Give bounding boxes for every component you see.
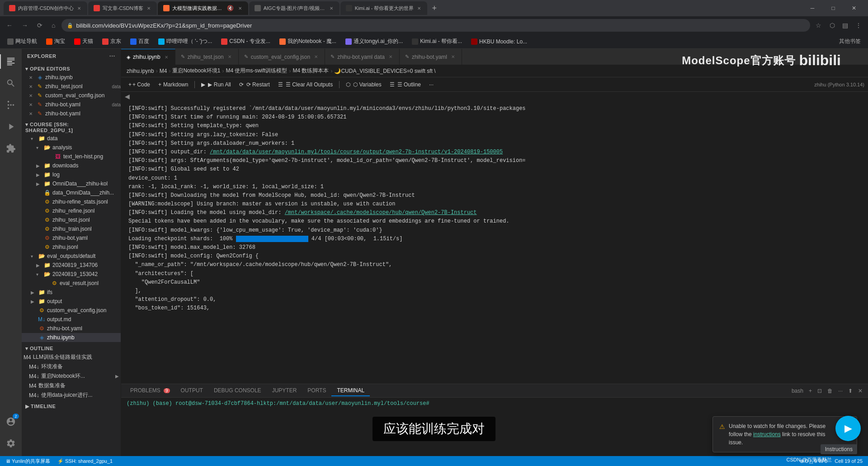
breadcrumb-zhihu[interactable]: zhihu.ipynb (127, 68, 154, 74)
panel-more-icon[interactable]: ··· (836, 387, 844, 395)
tree-zhihu-test[interactable]: ⚙ zhihu_test.jsonl (22, 215, 121, 224)
breadcrumb-restart[interactable]: 重启Notebook环境1 (172, 67, 220, 75)
extension-icon-1[interactable]: ⬡ (827, 20, 838, 31)
tree-ifs-folder[interactable]: ▶ 📁 ifs (22, 288, 121, 297)
tree-zhihu-ipynb[interactable]: ◈ zhihu.ipynb (22, 333, 121, 342)
status-cell[interactable]: Cell 19 of 25 (833, 458, 864, 464)
outline-item-data[interactable]: M4 数据集准备 (22, 381, 121, 390)
outline-item-llm[interactable]: M4 LLM训练全链路最佳实践 (22, 352, 121, 362)
panel-split-icon[interactable]: ⊡ (816, 387, 824, 395)
maximize-button[interactable]: □ (823, 0, 844, 16)
breadcrumb-script[interactable]: M4 数练脚本本 (292, 67, 329, 75)
tab-csdn-creator[interactable]: 内容管理-CSDN创作中心 ✕ (4, 1, 87, 15)
tab-close-zhihu-test[interactable]: ✕ (226, 54, 233, 60)
minimize-button[interactable]: ─ (802, 0, 823, 16)
breadcrumb-m4[interactable]: M4 (160, 68, 167, 74)
panel-tab-jupyter[interactable]: JUPYTER (267, 385, 302, 396)
add-markdown-button[interactable]: + Markdown (155, 81, 192, 89)
activity-settings[interactable] (0, 433, 22, 454)
tree-eval-result[interactable]: ⚙ eval_result.jsonl (22, 279, 121, 288)
bookmark-kimi[interactable]: Kimi.ai - 帮你看... (408, 37, 466, 46)
tab-aigc[interactable]: AIGC专题-图片/声音/视频/Age... ✕ (249, 1, 340, 15)
panel-tab-terminal[interactable]: TERMINAL (331, 385, 370, 396)
tree-data-omnidata[interactable]: 🔒 data_OmniData___zhih... (22, 188, 121, 197)
tree-text-len-hist[interactable]: 🖼 text_len-hist.png (22, 152, 121, 161)
tree-zhihu-refine[interactable]: ⚙ zhihu_refine.jsonl (22, 206, 121, 215)
tab-close-custom-eval[interactable]: ✕ (313, 54, 319, 60)
panel-tab-problems[interactable]: PROBLEMS 9 (125, 385, 175, 396)
tree-omnidata-folder[interactable]: ▶ 📁 OmniData___zhihu-kol (22, 179, 121, 188)
tab-close-btn[interactable]: ✕ (146, 5, 151, 12)
panel-tab-debug[interactable]: DEBUG CONSOLE (208, 385, 267, 396)
outline-item-data-juicer[interactable]: M4↓ 使用data-juicer进行... (22, 390, 121, 400)
panel-close-icon[interactable]: ✕ (856, 387, 864, 395)
restart-button[interactable]: ⟳ ⟳ Restart (236, 81, 274, 89)
panel-trash-icon[interactable]: 🗑 (826, 387, 835, 395)
more-options-button[interactable]: ··· (425, 81, 437, 89)
bookmark-navigation[interactable]: 网址导航 (4, 37, 41, 46)
tree-downloads-folder[interactable]: ▶ 📁 downloads (22, 161, 121, 170)
tree-zhihu-bot-yaml[interactable]: ⚙ zhihu-bot.yaml (22, 233, 121, 243)
panel-tab-ports[interactable]: PORTS (302, 385, 331, 396)
bookmark-tongyi[interactable]: 通义tongyi.ai_你的... (342, 37, 406, 46)
tab-close-btn[interactable]: ✕ (76, 5, 82, 12)
tab-bilibili-active[interactable]: 大模型微调实践教据准备/清... 🔇 ✕ (158, 1, 248, 15)
tree-eval-20240819-2[interactable]: ▾ 📂 20240819_153042 (22, 270, 121, 279)
instructions-button[interactable]: Instructions (821, 444, 857, 454)
tree-zhihu-refine-stats[interactable]: ⚙ zhihu-refine_stats.jsonl (22, 197, 121, 206)
tab-close-btn[interactable]: ✕ (237, 5, 243, 12)
editor-tab-zhihu-bot-yaml-1[interactable]: ✎ zhihu-bot.yaml data ✕ (325, 49, 400, 65)
open-editor-custom-eval[interactable]: ✕ ✎ custom_eval_config.json (22, 91, 121, 100)
clear-outputs-button[interactable]: ☰ ☰ Clear All Outputs (274, 81, 336, 89)
add-code-button[interactable]: + + Code (125, 81, 154, 89)
activity-run-debug[interactable] (0, 116, 22, 138)
tree-eval-outputs[interactable]: ▾ 📂 eval_outputs/default (22, 252, 121, 261)
tree-analysis-folder[interactable]: ▾ 📂 analysis (22, 143, 121, 152)
tab-close-yaml-1[interactable]: ✕ (387, 54, 394, 60)
tree-zhihu-bot-yaml-bottom[interactable]: ⚙ zhihu-bot.yaml (22, 324, 121, 333)
tree-custom-eval-config[interactable]: ⚙ custom_eval_config.json (22, 306, 121, 315)
tree-zhihu-train[interactable]: ⚙ zhihu_train.jsonl (22, 224, 121, 233)
activity-search[interactable] (0, 72, 22, 94)
course-header[interactable]: ▾ COURSE [SSH: SHARED_2GPU_1] (22, 120, 121, 134)
close-window-button[interactable]: ✕ (844, 0, 864, 16)
outline-item-env[interactable]: M4↓ 环境准备 (22, 362, 121, 371)
bookmark-csdn[interactable]: CSDN - 专业发... (217, 37, 274, 46)
forward-button[interactable]: → (19, 20, 31, 31)
activity-accounts[interactable]: 2 (0, 411, 22, 433)
tab-close-yaml-2[interactable]: ✕ (450, 54, 456, 60)
editor-tab-zhihu-ipynb[interactable]: ◈ zhihu.ipynb ✕ (121, 49, 175, 65)
instructions-link[interactable]: instructions (753, 431, 781, 437)
open-editor-zhihu-bot-yaml-2[interactable]: ✕ ✎ zhihu-bot.yaml (22, 109, 121, 118)
bookmark-baidu[interactable]: 百度 (127, 37, 153, 46)
home-button[interactable]: ⌂ (49, 20, 58, 31)
tree-zhihu-jsonl[interactable]: ⚙ zhihu.jsonl (22, 243, 121, 252)
panel-add-terminal-icon[interactable]: + (807, 387, 814, 395)
cell-collapse-arrow[interactable]: ◀ (121, 93, 133, 100)
editor-tab-custom-eval[interactable]: ✎ custom_eval_config.json ✕ (239, 49, 325, 65)
run-all-button[interactable]: ▶ ▶ Run All (198, 81, 234, 89)
activity-explorer[interactable] (0, 51, 22, 72)
tab-close-btn[interactable]: ✕ (416, 5, 422, 12)
new-tab-button[interactable]: + (428, 4, 440, 13)
activity-extensions[interactable] (0, 138, 22, 159)
status-remote[interactable]: 🖥 Yunlin的共享屏幕 (4, 458, 52, 465)
outline-item-restart[interactable]: M4↓ 重启Notebook环... ▶ (22, 371, 121, 381)
activity-source-control[interactable] (0, 94, 22, 116)
tree-log-folder[interactable]: ▶ 📁 log (22, 170, 121, 179)
panel-maximize-icon[interactable]: ⬆ (846, 387, 854, 395)
tree-output-folder[interactable]: ▶ 📁 output (22, 297, 121, 306)
timeline-header[interactable]: ▶ TIMELINE (22, 402, 121, 410)
bilibili-avatar[interactable]: ▶ (835, 416, 861, 441)
other-bookmarks[interactable]: 其他书签 (835, 37, 864, 46)
tab-close-btn[interactable]: ✕ (329, 5, 334, 12)
breadcrumb-train[interactable]: M4 使用ms-swift训练模型 (226, 67, 287, 75)
tree-output-md[interactable]: M↓ output.md (22, 315, 121, 324)
breadcrumb-cuda[interactable]: 🌙CUDA_VISIBLE_DEVICES=0 swift sft \ (334, 68, 435, 74)
bookmark-bilibili[interactable]: 哔哩哔哩（ '- ')つ... (155, 37, 216, 46)
open-editor-zhihu-test[interactable]: ✕ ✎ zhihu_test.jsonl data (22, 82, 121, 91)
extension-icon-2[interactable]: ▤ (840, 20, 851, 31)
tree-data-folder[interactable]: ▾ 📁 data (22, 134, 121, 143)
bookmark-tianmao[interactable]: 天猫 (71, 37, 97, 46)
tab-csdn-write[interactable]: 写文章-CSDN博客 ✕ (88, 1, 157, 15)
